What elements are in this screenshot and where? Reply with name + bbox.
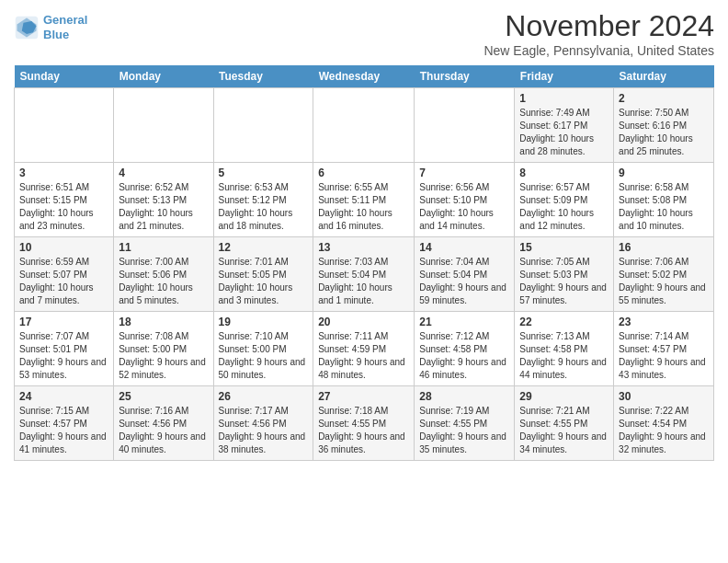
month-title: November 2024 (483, 9, 714, 43)
weekday-header: Friday (515, 65, 614, 88)
location: New Eagle, Pennsylvania, United States (483, 43, 714, 58)
calendar-cell: 12Sunrise: 7:01 AM Sunset: 5:05 PM Dayli… (213, 237, 313, 312)
day-number: 22 (519, 316, 609, 328)
day-number: 25 (119, 390, 208, 403)
day-info: Sunrise: 6:59 AM Sunset: 5:07 PM Dayligh… (19, 256, 108, 307)
calendar-cell: 27Sunrise: 7:18 AM Sunset: 4:55 PM Dayli… (313, 386, 415, 461)
day-info: Sunrise: 7:50 AM Sunset: 6:16 PM Dayligh… (619, 107, 709, 158)
day-info: Sunrise: 7:13 AM Sunset: 4:58 PM Dayligh… (519, 330, 609, 382)
calendar-cell (213, 88, 313, 163)
day-info: Sunrise: 7:21 AM Sunset: 4:55 PM Dayligh… (519, 405, 609, 456)
logo-line1: General (43, 13, 87, 27)
weekday-header: Sunday (15, 65, 114, 88)
calendar-cell: 17Sunrise: 7:07 AM Sunset: 5:01 PM Dayli… (15, 312, 114, 386)
day-info: Sunrise: 7:01 AM Sunset: 5:05 PM Dayligh… (219, 256, 309, 307)
calendar-cell: 16Sunrise: 7:06 AM Sunset: 5:02 PM Dayli… (614, 237, 714, 312)
day-number: 16 (619, 241, 709, 254)
day-number: 3 (19, 167, 108, 179)
calendar-cell: 5Sunrise: 6:53 AM Sunset: 5:12 PM Daylig… (213, 163, 313, 237)
day-number: 11 (119, 241, 208, 254)
day-info: Sunrise: 6:57 AM Sunset: 5:09 PM Dayligh… (519, 181, 609, 233)
calendar-cell: 29Sunrise: 7:21 AM Sunset: 4:55 PM Dayli… (515, 386, 614, 461)
logo: General Blue (14, 13, 87, 41)
day-number: 7 (419, 167, 509, 179)
day-number: 26 (219, 390, 309, 403)
day-info: Sunrise: 7:00 AM Sunset: 5:06 PM Dayligh… (119, 256, 208, 307)
calendar-header: SundayMondayTuesdayWednesdayThursdayFrid… (15, 65, 714, 88)
calendar-week-row: 3Sunrise: 6:51 AM Sunset: 5:15 PM Daylig… (15, 163, 714, 237)
weekday-header: Thursday (415, 65, 515, 88)
calendar-body: 1Sunrise: 7:49 AM Sunset: 6:17 PM Daylig… (15, 88, 714, 461)
day-number: 8 (519, 167, 609, 179)
day-number: 6 (318, 167, 409, 179)
day-info: Sunrise: 7:19 AM Sunset: 4:55 PM Dayligh… (419, 405, 509, 456)
calendar-cell (313, 88, 415, 163)
day-info: Sunrise: 7:18 AM Sunset: 4:55 PM Dayligh… (318, 405, 409, 456)
day-number: 5 (219, 167, 309, 179)
day-info: Sunrise: 7:15 AM Sunset: 4:57 PM Dayligh… (19, 405, 108, 456)
calendar-cell: 9Sunrise: 6:58 AM Sunset: 5:08 PM Daylig… (614, 163, 714, 237)
day-number: 18 (119, 316, 208, 328)
logo-icon (14, 15, 40, 40)
calendar-cell: 19Sunrise: 7:10 AM Sunset: 5:00 PM Dayli… (213, 312, 313, 386)
day-info: Sunrise: 7:17 AM Sunset: 4:56 PM Dayligh… (219, 405, 309, 456)
day-info: Sunrise: 7:08 AM Sunset: 5:00 PM Dayligh… (119, 330, 208, 382)
page-header: General Blue November 2024 New Eagle, Pe… (14, 9, 714, 58)
calendar-cell (114, 88, 213, 163)
day-info: Sunrise: 7:04 AM Sunset: 5:04 PM Dayligh… (419, 256, 509, 307)
day-info: Sunrise: 7:07 AM Sunset: 5:01 PM Dayligh… (19, 330, 108, 382)
day-number: 2 (619, 92, 709, 105)
calendar-cell (15, 88, 114, 163)
calendar-cell: 26Sunrise: 7:17 AM Sunset: 4:56 PM Dayli… (213, 386, 313, 461)
title-block: November 2024 New Eagle, Pennsylvania, U… (483, 9, 714, 58)
weekday-header: Wednesday (313, 65, 415, 88)
day-info: Sunrise: 7:14 AM Sunset: 4:57 PM Dayligh… (619, 330, 709, 382)
calendar-cell: 10Sunrise: 6:59 AM Sunset: 5:07 PM Dayli… (15, 237, 114, 312)
day-number: 28 (419, 390, 509, 403)
day-info: Sunrise: 7:12 AM Sunset: 4:58 PM Dayligh… (419, 330, 509, 382)
day-info: Sunrise: 6:55 AM Sunset: 5:11 PM Dayligh… (318, 181, 409, 233)
day-number: 17 (19, 316, 108, 328)
day-info: Sunrise: 6:52 AM Sunset: 5:13 PM Dayligh… (119, 181, 208, 233)
calendar-week-row: 1Sunrise: 7:49 AM Sunset: 6:17 PM Daylig… (15, 88, 714, 163)
day-info: Sunrise: 7:49 AM Sunset: 6:17 PM Dayligh… (519, 107, 609, 158)
day-number: 14 (419, 241, 509, 254)
day-number: 20 (318, 316, 409, 328)
day-number: 30 (619, 390, 709, 403)
day-info: Sunrise: 6:51 AM Sunset: 5:15 PM Dayligh… (19, 181, 108, 233)
day-info: Sunrise: 7:11 AM Sunset: 4:59 PM Dayligh… (318, 330, 409, 382)
calendar-cell: 2Sunrise: 7:50 AM Sunset: 6:16 PM Daylig… (614, 88, 714, 163)
calendar-cell: 13Sunrise: 7:03 AM Sunset: 5:04 PM Dayli… (313, 237, 415, 312)
day-number: 1 (519, 92, 609, 105)
calendar-cell: 1Sunrise: 7:49 AM Sunset: 6:17 PM Daylig… (515, 88, 614, 163)
calendar-cell: 6Sunrise: 6:55 AM Sunset: 5:11 PM Daylig… (313, 163, 415, 237)
calendar-cell: 24Sunrise: 7:15 AM Sunset: 4:57 PM Dayli… (15, 386, 114, 461)
calendar-cell: 8Sunrise: 6:57 AM Sunset: 5:09 PM Daylig… (515, 163, 614, 237)
day-number: 21 (419, 316, 509, 328)
day-number: 29 (519, 390, 609, 403)
calendar-week-row: 24Sunrise: 7:15 AM Sunset: 4:57 PM Dayli… (15, 386, 714, 461)
logo-line2: Blue (43, 28, 69, 41)
calendar-cell: 4Sunrise: 6:52 AM Sunset: 5:13 PM Daylig… (114, 163, 213, 237)
day-info: Sunrise: 7:05 AM Sunset: 5:03 PM Dayligh… (519, 256, 609, 307)
day-number: 13 (318, 241, 409, 254)
weekday-header: Saturday (614, 65, 714, 88)
calendar-cell: 14Sunrise: 7:04 AM Sunset: 5:04 PM Dayli… (415, 237, 515, 312)
day-number: 19 (219, 316, 309, 328)
calendar-table: SundayMondayTuesdayWednesdayThursdayFrid… (14, 65, 714, 461)
day-info: Sunrise: 7:16 AM Sunset: 4:56 PM Dayligh… (119, 405, 208, 456)
day-number: 24 (19, 390, 108, 403)
header-row: SundayMondayTuesdayWednesdayThursdayFrid… (15, 65, 714, 88)
day-number: 10 (19, 241, 108, 254)
day-info: Sunrise: 6:58 AM Sunset: 5:08 PM Dayligh… (619, 181, 709, 233)
calendar-week-row: 17Sunrise: 7:07 AM Sunset: 5:01 PM Dayli… (15, 312, 714, 386)
day-number: 15 (519, 241, 609, 254)
logo-text: General Blue (43, 13, 87, 41)
day-info: Sunrise: 7:06 AM Sunset: 5:02 PM Dayligh… (619, 256, 709, 307)
calendar-cell: 28Sunrise: 7:19 AM Sunset: 4:55 PM Dayli… (415, 386, 515, 461)
calendar-cell: 25Sunrise: 7:16 AM Sunset: 4:56 PM Dayli… (114, 386, 213, 461)
calendar-cell: 23Sunrise: 7:14 AM Sunset: 4:57 PM Dayli… (614, 312, 714, 386)
day-number: 12 (219, 241, 309, 254)
calendar-cell: 22Sunrise: 7:13 AM Sunset: 4:58 PM Dayli… (515, 312, 614, 386)
calendar-cell (415, 88, 515, 163)
